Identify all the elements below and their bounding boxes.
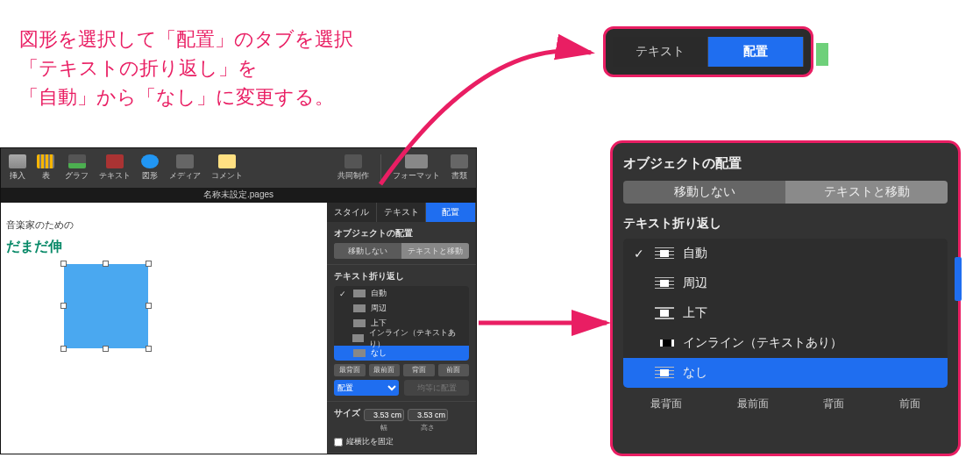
seg-move[interactable]: テキストと移動 <box>401 243 469 259</box>
wrap-auto[interactable]: ✓自動 <box>334 286 469 301</box>
order-front[interactable]: 前面 <box>438 364 470 376</box>
zoom-wrap-callout: オブジェクトの配置 移動しない テキストと移動 テキスト折り返し ✓自動 周辺 … <box>610 140 961 456</box>
toolbar-chart[interactable]: グラフ <box>62 153 91 183</box>
accent-bar <box>955 257 962 301</box>
size-head: サイズ <box>334 407 360 419</box>
arrow-to-wrap <box>475 307 624 368</box>
zoom-wrap-auto[interactable]: ✓自動 <box>623 239 948 268</box>
selected-shape[interactable] <box>64 264 148 348</box>
toolbar-table[interactable]: 表 <box>34 153 57 183</box>
order-back[interactable]: 背面 <box>403 364 435 376</box>
zoom-wrap-head: テキスト折り返し <box>623 216 948 232</box>
insert-icon <box>9 154 26 168</box>
toolbar-media[interactable]: メディア <box>167 153 203 183</box>
doc-subheading: だまだ伸 <box>6 238 62 256</box>
toolbar-shape[interactable]: 図形 <box>138 153 161 183</box>
width-field[interactable] <box>364 409 404 421</box>
document-canvas[interactable]: 音楽家のための だまだ伸 <box>1 203 327 454</box>
placement-segmented[interactable]: 移動しない テキストと移動 <box>334 243 469 259</box>
toolbar-share[interactable]: 共同制作 <box>335 153 372 183</box>
toolbar-document[interactable]: 書類 <box>448 153 471 183</box>
zoom-tab-arrange[interactable]: 配置 <box>708 37 804 67</box>
shape-icon <box>141 154 159 168</box>
zoom-order-frontmost[interactable]: 最前面 <box>737 397 769 411</box>
zoom-placement-seg[interactable]: 移動しない テキストと移動 <box>623 181 948 204</box>
zoom-placement-head: オブジェクトの配置 <box>623 155 948 172</box>
inspector-tabs: スタイル テキスト 配置 <box>327 203 476 222</box>
zoom-wrap-none[interactable]: なし <box>623 358 948 388</box>
document-icon <box>451 154 468 168</box>
table-icon <box>37 154 54 168</box>
order-backmost[interactable]: 最背面 <box>334 364 366 376</box>
comment-icon <box>218 154 236 168</box>
share-icon <box>344 154 362 168</box>
seg-stay[interactable]: 移動しない <box>334 243 401 259</box>
tab-arrange[interactable]: 配置 <box>426 203 476 222</box>
doc-heading: 音楽家のための <box>6 218 74 232</box>
chart-icon <box>68 154 86 168</box>
toolbar: 挿入 表 グラフ テキスト 図形 メディア コメント 共同制作 フォーマット 書… <box>1 148 476 188</box>
toolbar-format[interactable]: フォーマット <box>390 153 443 183</box>
zoom-order-row: 最背面 最前面 背面 前面 <box>623 397 948 411</box>
inspector-panel: スタイル テキスト 配置 オブジェクトの配置 移動しない テキストと移動 テキス… <box>327 203 476 454</box>
distribute-disabled: 均等に配置 <box>404 380 469 396</box>
wrap-head: テキスト折り返し <box>334 270 469 282</box>
zoom-wrap-inline[interactable]: インライン（テキストあり） <box>623 328 948 358</box>
wrap-around[interactable]: 周辺 <box>334 301 469 316</box>
tab-text[interactable]: テキスト <box>377 203 427 222</box>
media-icon <box>176 154 194 168</box>
zoom-tabs-callout: テキスト 配置 <box>603 26 813 77</box>
zoom-order-front[interactable]: 前面 <box>899 397 920 411</box>
instruction-text: 図形を選択して「配置」のタブを選択 「テキストの折り返し」を 「自動」から「なし… <box>19 25 353 111</box>
tab-style[interactable]: スタイル <box>327 203 377 222</box>
height-field[interactable] <box>408 409 448 421</box>
zoom-wrap-menu[interactable]: ✓自動 周辺 上下 インライン（テキストあり） なし <box>623 239 948 388</box>
placement-head: オブジェクトの配置 <box>334 227 469 240</box>
order-buttons: 最背面 最前面 背面 前面 <box>334 364 469 376</box>
document-tab[interactable]: 名称未設定.pages <box>1 188 476 203</box>
align-select[interactable]: 配置 <box>334 380 399 396</box>
format-icon <box>405 154 428 168</box>
zoom-seg-move[interactable]: テキストと移動 <box>785 181 948 204</box>
zoom-edge-sliver <box>816 43 828 66</box>
toolbar-insert[interactable]: 挿入 <box>6 153 29 183</box>
constrain-checkbox[interactable] <box>334 438 343 447</box>
zoom-seg-stay[interactable]: 移動しない <box>623 181 785 204</box>
pages-window: 挿入 表 グラフ テキスト 図形 メディア コメント 共同制作 フォーマット 書… <box>0 147 477 454</box>
text-icon <box>106 154 124 168</box>
wrap-inline[interactable]: インライン（テキストあり） <box>334 331 469 346</box>
wrap-dropdown[interactable]: ✓自動 周辺 上下 インライン（テキストあり） なし <box>334 286 469 361</box>
zoom-order-backmost[interactable]: 最背面 <box>650 397 682 411</box>
toolbar-text[interactable]: テキスト <box>96 153 133 183</box>
constrain-label: 縦横比を固定 <box>346 436 394 447</box>
zoom-wrap-around[interactable]: 周辺 <box>623 268 948 298</box>
toolbar-comment[interactable]: コメント <box>209 153 245 183</box>
order-frontmost[interactable]: 最前面 <box>369 364 401 376</box>
zoom-wrap-topbot[interactable]: 上下 <box>623 298 948 328</box>
zoom-order-back[interactable]: 背面 <box>823 397 844 411</box>
zoom-tab-text[interactable]: テキスト <box>613 37 708 67</box>
